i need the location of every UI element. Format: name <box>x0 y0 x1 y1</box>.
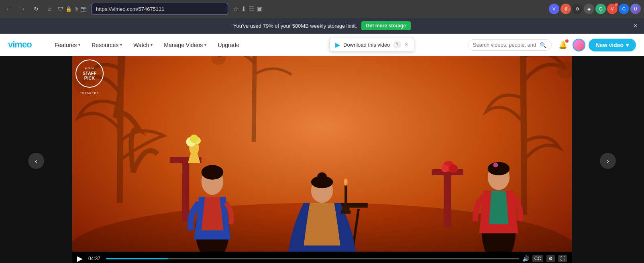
svg-point-13 <box>202 165 224 179</box>
ext-icon-3[interactable]: G <box>595 4 606 14</box>
watch-chevron-icon: ▾ <box>151 43 153 47</box>
vpn-icon[interactable]: V <box>549 4 559 14</box>
reload-button[interactable]: ↻ <box>31 3 42 14</box>
features-nav-item[interactable]: Features ▾ <box>50 39 85 51</box>
history-icon[interactable]: ☰ <box>249 5 254 13</box>
address-bar[interactable] <box>92 3 228 15</box>
download-help-button[interactable]: ? <box>393 41 401 49</box>
video-scene-svg <box>72 56 572 252</box>
get-storage-button[interactable]: Get more storage <box>361 21 411 30</box>
download-icon[interactable]: ⬇ <box>241 5 246 13</box>
manage-videos-nav-item[interactable]: Manage Videos ▾ <box>159 39 211 51</box>
reader-icon[interactable]: ▣ <box>257 5 263 13</box>
search-input[interactable] <box>473 42 537 48</box>
volume-icon[interactable]: 🔊 <box>522 255 529 262</box>
resources-chevron-icon: ▾ <box>120 43 122 47</box>
back-button[interactable]: ← <box>3 3 14 14</box>
lock-icon: 🔒 <box>65 6 72 12</box>
features-chevron-icon: ▾ <box>78 43 80 47</box>
svg-text:vimeo: vimeo <box>8 39 32 49</box>
search-box[interactable]: 🔍 <box>468 39 552 51</box>
ext-icon-5[interactable]: G <box>619 4 629 14</box>
video-thumbnail[interactable]: ♥ ◯ ☷ ➤ <box>72 56 572 252</box>
video-controls: ▶ 04:37 🔊 CC ⚙ ⛶ <box>72 252 572 263</box>
fullscreen-button[interactable]: ⛶ <box>558 255 567 262</box>
download-tooltip-text: Download this video <box>343 42 390 48</box>
svg-rect-6 <box>182 160 189 221</box>
search-icon[interactable]: 🔍 <box>540 42 546 48</box>
download-tooltip: ▶ Download this video ? × <box>329 38 414 51</box>
staff-pick-vimeo-label: vimeo <box>84 67 94 70</box>
upgrade-nav-item[interactable]: Upgrade <box>213 39 244 51</box>
svg-point-21 <box>317 173 327 182</box>
home-button[interactable]: ⌂ <box>44 3 55 14</box>
progress-fill <box>106 258 168 259</box>
svg-rect-31 <box>341 210 351 214</box>
notification-bell-icon[interactable]: 🔔 <box>556 39 569 51</box>
download-play-icon: ▶ <box>335 41 340 49</box>
watch-nav-item[interactable]: Watch ▾ <box>128 39 157 51</box>
settings-button[interactable]: ⚙ <box>546 255 555 262</box>
staff-pick-circle: vimeo STAFFPICK <box>75 60 104 88</box>
browser-profile-icons: V ⇵ ⚙ ◈ G V 8 G U <box>549 4 641 14</box>
download-close-button[interactable]: × <box>404 41 408 48</box>
ext-icon-1[interactable]: ⚙ <box>572 4 583 14</box>
forward-button[interactable]: → <box>17 3 28 14</box>
svg-point-27 <box>449 164 458 173</box>
play-button[interactable]: ▶ <box>77 254 83 263</box>
nav-items: Features ▾ Resources ▾ Watch ▾ Manage Vi… <box>50 39 244 51</box>
svg-point-32 <box>344 179 348 186</box>
progress-bar[interactable] <box>106 258 519 259</box>
shield-icon: 🛡 <box>58 6 63 12</box>
video-area: vimeo STAFFPICK PREMIERE <box>72 56 572 263</box>
bell-badge <box>565 39 569 43</box>
prev-video-button[interactable]: ‹ <box>28 153 44 169</box>
main-content: ‹ vimeo STAFFPICK PREMIERE <box>0 56 644 263</box>
svg-point-25 <box>493 162 498 167</box>
user-avatar[interactable] <box>573 39 585 51</box>
svg-rect-30 <box>342 208 349 210</box>
user-profile-icon[interactable]: U <box>630 4 641 14</box>
notification-text: You've used 79% of your 500MB weekly sto… <box>233 23 357 29</box>
new-video-label: New video <box>596 42 624 48</box>
vimeo-logo[interactable]: vimeo <box>8 39 40 51</box>
url-input[interactable] <box>96 6 224 12</box>
next-video-button[interactable]: › <box>600 153 616 169</box>
camera-icon: 📷 <box>81 6 87 12</box>
star-icon[interactable]: ☆ <box>233 5 238 13</box>
svg-point-17 <box>190 134 198 143</box>
time-display: 04:37 <box>86 255 103 262</box>
nav-right-icons: 🔔 New video ▾ <box>556 39 636 51</box>
svg-rect-29 <box>344 185 347 209</box>
left-panel: ‹ <box>0 56 72 263</box>
svg-rect-8 <box>444 173 451 228</box>
staff-pick-premiere-label: PREMIERE <box>80 92 100 95</box>
tracking-icon: ⊕ <box>74 6 78 12</box>
resources-nav-item[interactable]: Resources ▾ <box>87 39 127 51</box>
staff-pick-badge: vimeo STAFFPICK PREMIERE <box>72 56 107 95</box>
notification-bar: You've used 79% of your 500MB weekly sto… <box>0 18 644 34</box>
ext-icon-4[interactable]: V 8 <box>607 4 618 14</box>
right-panel: › <box>572 56 644 263</box>
new-video-chevron-icon: ▾ <box>626 42 629 48</box>
new-video-button[interactable]: New video ▾ <box>589 39 636 51</box>
cc-button[interactable]: CC <box>532 255 543 262</box>
manage-videos-chevron-icon: ▾ <box>204 43 206 47</box>
notification-close-button[interactable]: × <box>633 22 638 30</box>
ext-icon-2[interactable]: ◈ <box>584 4 594 14</box>
vimeo-navbar: vimeo Features ▾ Resources ▾ Watch ▾ Man… <box>0 34 644 56</box>
sync-icon[interactable]: ⇵ <box>560 4 571 14</box>
svg-point-28 <box>441 165 448 172</box>
staff-pick-text: STAFFPICK <box>83 71 97 80</box>
svg-point-24 <box>488 162 510 175</box>
